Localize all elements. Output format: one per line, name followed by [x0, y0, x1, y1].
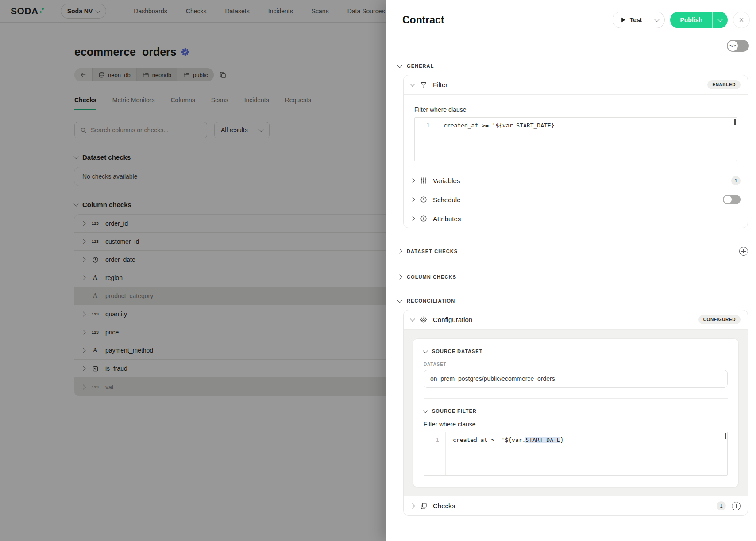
filter-funnel-icon [420, 81, 427, 88]
configuration-status-badge: CONFIGURED [698, 315, 741, 324]
dataset-checks-section-toggle[interactable]: DATASET CHECKS [398, 247, 748, 256]
test-split-button: Test [613, 12, 665, 28]
general-section-toggle[interactable]: GENERAL [398, 63, 748, 69]
publish-button-label: Publish [680, 16, 702, 23]
chevron-down-icon [655, 17, 660, 22]
chevron-right-icon [397, 274, 402, 279]
stacked-checks-icon [420, 503, 427, 510]
variables-count-badge: 1 [731, 176, 741, 185]
general-card: Filter ENABLED Filter where clause 1 cre… [403, 75, 748, 228]
chevron-right-icon [397, 249, 402, 253]
editor-scrollbar[interactable] [734, 119, 736, 125]
source-filter-heading: SOURCE FILTER [432, 408, 477, 414]
checks-count-badge: 1 [717, 501, 726, 510]
chevron-down-icon [423, 348, 428, 353]
filter-where-label: Filter where clause [414, 106, 737, 113]
source-filter-toggle[interactable]: SOURCE FILTER [424, 408, 728, 414]
chevron-down-icon [410, 81, 415, 86]
schedule-section-label: Schedule [433, 196, 461, 203]
reconciliation-section-toggle[interactable]: RECONCILIATION [398, 298, 748, 303]
filter-section-row[interactable]: Filter ENABLED [404, 75, 748, 94]
test-options-button[interactable] [649, 12, 664, 28]
source-dataset-toggle[interactable]: SOURCE DATASET [424, 349, 728, 354]
source-dataset-heading: SOURCE DATASET [432, 349, 482, 354]
editor-line-number: 1 [415, 118, 436, 161]
attributes-section-label: Attributes [433, 215, 461, 223]
editor-code-line: created_at >= '${var.START_DATE} [446, 432, 727, 475]
column-checks-section-toggle[interactable]: COLUMN CHECKS [398, 274, 748, 280]
filter-status-badge: ENABLED [707, 80, 741, 89]
chevron-down-icon [397, 298, 402, 303]
highlighted-token: START_DATE [525, 437, 560, 443]
chevron-down-icon [410, 316, 415, 321]
publish-button[interactable]: Publish [670, 12, 712, 28]
source-filter-editor[interactable]: 1 created_at >= '${var.START_DATE} [424, 432, 728, 476]
close-icon [738, 17, 744, 23]
reconciliation-checks-row[interactable]: Checks 1 [404, 496, 748, 515]
attributes-section-row[interactable]: Attributes [404, 209, 748, 228]
publish-split-button: Publish [670, 12, 728, 28]
chevron-right-icon [410, 503, 415, 508]
sliders-icon [420, 177, 427, 184]
editor-code-line: created_at >= '${var.START_DATE} [436, 118, 737, 161]
chevron-down-icon [717, 17, 722, 22]
chevron-down-icon [397, 63, 402, 68]
variables-section-label: Variables [433, 177, 460, 184]
filter-where-editor[interactable]: 1 created_at >= '${var.START_DATE} [414, 117, 737, 161]
configuration-section-row[interactable]: Configuration CONFIGURED [404, 310, 748, 329]
contract-drawer: Contract Test Publish </> [386, 0, 756, 541]
filter-section-label: Filter [433, 81, 447, 88]
code-icon: </> [728, 41, 738, 51]
editor-line-number: 1 [424, 432, 446, 475]
reconciliation-card: Configuration CONFIGURED SOURCE DATASET … [403, 310, 748, 516]
gear-icon [420, 316, 427, 323]
dataset-checks-section-heading: DATASET CHECKS [407, 249, 458, 254]
info-icon [420, 215, 427, 222]
variables-section-row[interactable]: Variables 1 [404, 171, 748, 190]
play-icon [621, 17, 626, 23]
code-view-toggle[interactable]: </> [727, 40, 749, 52]
drawer-title: Contract [402, 14, 444, 26]
schedule-toggle[interactable] [723, 195, 741, 204]
source-dataset-input[interactable]: on_prem_postgres/public/ecommerce_orders [424, 370, 728, 388]
reconciliation-checks-label: Checks [433, 502, 455, 510]
column-checks-section-heading: COLUMN CHECKS [407, 274, 456, 280]
close-drawer-button[interactable] [733, 12, 750, 28]
chevron-right-icon [410, 216, 415, 221]
reconciliation-config-panel: SOURCE DATASET DATASET on_prem_postgres/… [413, 338, 739, 487]
general-section-heading: GENERAL [407, 63, 434, 69]
chevron-right-icon [410, 197, 415, 202]
reconciliation-section-heading: RECONCILIATION [407, 298, 455, 303]
add-reconciliation-check-button[interactable] [732, 502, 741, 510]
source-dataset-value: on_prem_postgres/public/ecommerce_orders [430, 375, 555, 382]
clock-icon [420, 196, 427, 203]
test-button-label: Test [630, 16, 642, 23]
chevron-down-icon [423, 408, 428, 413]
source-filter-where-label: Filter where clause [424, 421, 728, 428]
chevron-right-icon [410, 178, 415, 183]
schedule-section-row[interactable]: Schedule [404, 190, 748, 209]
test-button[interactable]: Test [613, 12, 649, 28]
configuration-section-label: Configuration [433, 316, 472, 323]
dataset-field-label: DATASET [424, 362, 728, 367]
editor-scrollbar[interactable] [725, 433, 726, 439]
add-dataset-check-button[interactable] [739, 247, 748, 256]
publish-options-button[interactable] [712, 12, 728, 28]
